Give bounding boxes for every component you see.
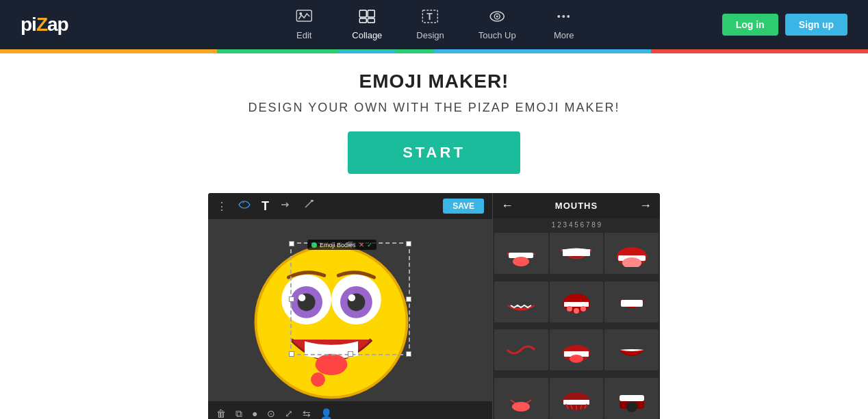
svg-rect-2 [359, 10, 366, 17]
nav-edit[interactable]: Edit [277, 3, 331, 47]
panel-title: MOUTHS [519, 201, 634, 211]
svg-rect-3 [368, 10, 374, 17]
svg-point-48 [626, 401, 637, 412]
start-button[interactable]: START [348, 131, 520, 174]
mask-icon[interactable] [238, 200, 251, 212]
more-icon [556, 10, 572, 27]
svg-point-13 [567, 15, 570, 18]
text-icon[interactable]: T [261, 199, 269, 214]
mouth-4[interactable] [494, 281, 548, 322]
design-label: Design [416, 30, 444, 40]
flip-icon[interactable]: ⇆ [303, 408, 311, 419]
nav-more[interactable]: More [537, 3, 591, 47]
edit-label: Edit [296, 30, 311, 40]
svg-rect-39 [621, 300, 643, 307]
svg-point-42 [570, 355, 583, 363]
panel-back-button[interactable]: ← [501, 199, 513, 213]
mouth-11[interactable] [550, 378, 604, 419]
svg-point-27 [311, 372, 325, 387]
panel-header: ← MOUTHS → [493, 193, 660, 218]
svg-line-14 [305, 201, 312, 207]
login-button[interactable]: Log in [722, 14, 778, 36]
transform-icon[interactable]: ⤢ [285, 408, 293, 419]
handle-bl[interactable] [289, 351, 294, 357]
svg-text:T: T [427, 11, 433, 22]
logo-z: Z [36, 14, 47, 35]
collage-label: Collage [352, 30, 382, 40]
arrow-icon[interactable] [280, 200, 292, 212]
mouth-6[interactable] [604, 281, 659, 322]
layers-icon[interactable]: ⊙ [267, 408, 275, 419]
save-button[interactable]: SAVE [443, 199, 484, 214]
logo[interactable]: piZap [21, 14, 68, 36]
mockup-toolbar: ⋮ T [208, 193, 492, 219]
mouth-7[interactable] [494, 329, 548, 370]
svg-point-43 [512, 402, 530, 411]
more-options-icon[interactable]: ⋮ [216, 200, 227, 213]
wand-icon[interactable] [303, 200, 316, 212]
svg-point-38 [580, 306, 586, 312]
confirm-label-button[interactable]: ✓ [367, 241, 372, 249]
collage-icon [359, 10, 375, 27]
handle-tl[interactable] [289, 241, 294, 246]
handle-br[interactable] [406, 351, 411, 357]
header: piZap Edit Collage [0, 0, 868, 49]
svg-point-29 [513, 257, 529, 266]
right-panel: ← MOUTHS → 1 2 3 4 5 6 7 8 9 [492, 193, 660, 419]
handle-mr[interactable] [406, 296, 411, 302]
mouth-2[interactable] [550, 233, 604, 274]
panel-next-button[interactable]: → [639, 199, 652, 213]
svg-point-10 [496, 15, 498, 17]
color-bar [0, 49, 868, 53]
mouth-1[interactable] [494, 233, 548, 274]
person-icon[interactable]: 👤 [320, 408, 332, 419]
svg-rect-35 [564, 302, 589, 307]
mouth-8[interactable] [550, 329, 604, 370]
edit-icon [296, 10, 312, 27]
handle-tr[interactable] [406, 241, 411, 246]
handle-bc[interactable] [348, 351, 353, 357]
green-dot [311, 242, 317, 248]
mouth-3[interactable] [604, 233, 659, 274]
signup-button[interactable]: Sign up [785, 14, 847, 36]
touch-up-label: Touch Up [478, 30, 516, 40]
color-bar-blue [434, 49, 651, 53]
mouth-10[interactable] [494, 378, 548, 419]
svg-point-37 [574, 308, 579, 314]
mouth-9[interactable] [604, 329, 659, 370]
svg-point-36 [567, 306, 572, 312]
mouth-grid [493, 231, 660, 419]
svg-rect-4 [359, 18, 366, 23]
color-bar-green [217, 49, 434, 53]
svg-rect-45 [563, 400, 589, 405]
touch-up-icon [487, 10, 507, 27]
mouth-12[interactable] [604, 378, 659, 419]
trash-icon[interactable]: 🗑 [216, 408, 226, 419]
panel-pages: 1 2 3 4 5 6 7 8 9 [493, 218, 660, 231]
main-nav: Edit Collage T Design [277, 3, 591, 47]
mouth-5[interactable] [550, 281, 604, 322]
handle-ml[interactable] [289, 296, 294, 302]
svg-rect-47 [620, 395, 644, 401]
page-title: EMOJI MAKER! [359, 71, 509, 92]
mockup-bottom-bar: 🗑 ⧉ ● ⊙ ⤢ ⇆ 👤 [208, 401, 492, 419]
close-label-button[interactable]: ✕ [359, 241, 364, 249]
svg-point-1 [299, 12, 302, 15]
app-mockup: ⋮ T [208, 193, 660, 419]
svg-point-12 [563, 15, 565, 18]
auth-buttons: Log in Sign up [722, 14, 847, 36]
main-content: EMOJI MAKER! DESIGN YOUR OWN WITH THE PI… [0, 53, 868, 419]
design-icon: T [422, 10, 439, 27]
canvas-area: ⋮ T [208, 193, 492, 419]
circle-icon[interactable]: ● [252, 408, 257, 419]
nav-collage[interactable]: Collage [338, 3, 396, 47]
selection-box [290, 242, 410, 355]
svg-point-26 [316, 354, 348, 375]
logo-area: piZap [21, 14, 68, 36]
copy-icon[interactable]: ⧉ [235, 408, 242, 420]
svg-rect-5 [368, 18, 374, 23]
more-label: More [554, 30, 574, 40]
emoji-bodies-label: Emoji Bodies ✕ ✓ [307, 240, 376, 250]
nav-design[interactable]: T Design [403, 3, 457, 47]
nav-touch-up[interactable]: Touch Up [465, 3, 530, 47]
